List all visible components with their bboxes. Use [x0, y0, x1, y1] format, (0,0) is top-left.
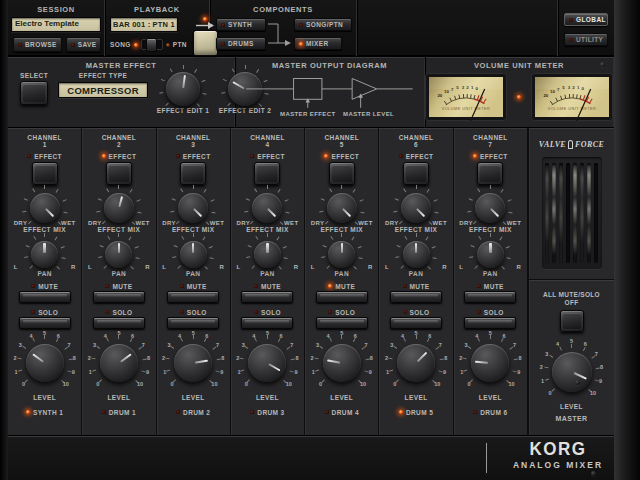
solo-led-icon: [31, 310, 35, 314]
mute-button[interactable]: [390, 291, 442, 303]
browse-label: BROWSE: [25, 41, 57, 48]
song-ptn-button[interactable]: SONG/PTN: [294, 18, 352, 31]
channel-name-led-icon: [176, 410, 180, 414]
svg-text:10: 10: [444, 89, 449, 94]
sidebar-divider: [529, 279, 614, 281]
pan-knob[interactable]: [13, 235, 77, 273]
pan-knob[interactable]: [458, 235, 522, 273]
footer: KORG ANALOG MIXER: [8, 436, 614, 480]
song-ptn-toggle[interactable]: [141, 39, 163, 50]
solo-led-icon: [328, 310, 332, 314]
save-button[interactable]: SAVE: [66, 37, 102, 52]
solo-label: SOLO: [335, 309, 355, 316]
global-led-icon: [569, 18, 573, 22]
mixer-button[interactable]: MIXER: [294, 37, 342, 50]
drums-label: DRUMS: [228, 40, 254, 47]
vu-meter-title: VOLUME UNIT METER: [425, 61, 613, 70]
tube-slot: [580, 163, 585, 263]
knob-pointer: [118, 196, 123, 207]
knob-pointer: [182, 75, 186, 87]
effect-led-row: EFFECT: [250, 152, 285, 160]
mixer-led-icon: [299, 42, 303, 46]
channel-name-led-icon: [102, 410, 106, 414]
all-mute-solo-label: ALL MUTE/SOLO OFF: [543, 291, 600, 306]
mute-button[interactable]: [241, 291, 293, 303]
knob-pointer: [268, 363, 281, 372]
pan-knob[interactable]: [161, 235, 225, 273]
ptn-led-icon: [166, 43, 170, 47]
pan-knob[interactable]: [87, 235, 151, 273]
level-knob[interactable]: 012345678910: [454, 333, 528, 393]
global-label: GLOBAL: [576, 16, 606, 23]
channel-strips: CHANNEL 1 EFFECT DRY WET EFFECT MIX L R …: [8, 128, 528, 435]
top-bar: SESSION Electro Template BROWSE SAVE PLA…: [8, 0, 614, 57]
channel-title: CHANNEL 5: [324, 134, 359, 148]
svg-text:20: 20: [437, 93, 442, 98]
tube-slot: [559, 163, 564, 263]
svg-text:VOLUME UNIT METER: VOLUME UNIT METER: [548, 107, 597, 111]
save-led-icon: [71, 43, 75, 47]
effect-edit-1-knob[interactable]: [156, 66, 210, 112]
effect-label: EFFECT: [480, 153, 508, 160]
channel-name-led-icon: [325, 410, 329, 414]
level-knob[interactable]: 012345678910: [82, 333, 156, 393]
synth-button[interactable]: SYNTH: [216, 18, 266, 31]
toggle-thumb[interactable]: [146, 38, 157, 52]
channel-name-led-icon: [399, 410, 403, 414]
effect-led-row: EFFECT: [27, 152, 62, 160]
knob-pointer: [572, 372, 586, 380]
playback-position-display: BAR 001 : PTN 1: [110, 17, 178, 32]
channel-title: CHANNEL 6: [399, 134, 434, 148]
knob-body: [328, 241, 355, 268]
effect-led-icon: [399, 154, 403, 158]
knob-body: [397, 344, 435, 382]
solo-label: SOLO: [112, 309, 132, 316]
synth-label: SYNTH: [228, 21, 252, 28]
knob-pointer: [342, 208, 351, 217]
channel-strip-2: CHANNEL 2 EFFECT DRY WET EFFECT MIX L R …: [82, 128, 156, 435]
effect-led-icon: [27, 154, 31, 158]
session-name-field[interactable]: Electro Template: [11, 17, 101, 32]
effect-type-display: COMPRESSOR: [58, 82, 148, 98]
channel-title: CHANNEL 7: [473, 134, 508, 148]
master-output-diagram-panel: MASTER OUTPUT DIAGRAM MASTER EFFECT: [235, 57, 425, 127]
effect-led-row: EFFECT: [473, 152, 508, 160]
valve-label: VALVE: [539, 140, 566, 149]
mute-button[interactable]: [93, 291, 145, 303]
svg-text:VOLUME UNIT METER: VOLUME UNIT METER: [442, 107, 491, 111]
knob-body: [552, 352, 592, 392]
playback-section: PLAYBACK BAR 001 : PTN 1 SONG PTN: [105, 0, 210, 56]
pan-knob[interactable]: [235, 235, 299, 273]
knob-body: [100, 344, 138, 382]
knob-pointer: [489, 243, 491, 253]
song-ptn-led-icon: [299, 23, 303, 27]
global-button[interactable]: GLOBAL: [564, 13, 608, 26]
pan-knob[interactable]: [384, 235, 448, 273]
level-knob[interactable]: 012345678910: [157, 333, 231, 393]
utility-button[interactable]: UTILITY: [564, 33, 608, 46]
master-level-knob[interactable]: 012345678910: [535, 342, 609, 402]
knob-body: [31, 241, 58, 268]
vu-meter-face: 2010753210VOLUME UNIT METER: [531, 73, 613, 121]
knob-tick-label: 10: [430, 381, 444, 387]
level-knob[interactable]: 012345678910: [305, 333, 379, 393]
effect-led-row: EFFECT: [176, 152, 211, 160]
knob-body: [105, 241, 132, 268]
mute-button[interactable]: [167, 291, 219, 303]
mute-button[interactable]: [464, 291, 516, 303]
pan-knob[interactable]: [310, 235, 374, 273]
effect-led-row: EFFECT: [399, 152, 434, 160]
mute-button[interactable]: [316, 291, 368, 303]
browse-button[interactable]: BROWSE: [13, 37, 62, 52]
level-knob[interactable]: 012345678910: [8, 333, 82, 393]
knob-body: [403, 241, 430, 268]
knob-pointer: [416, 351, 427, 362]
mute-button[interactable]: [19, 291, 71, 303]
effect-led-icon: [250, 154, 254, 158]
level-knob[interactable]: 012345678910: [231, 333, 305, 393]
level-knob[interactable]: 012345678910: [379, 333, 453, 393]
panel-content: SESSION Electro Template BROWSE SAVE PLA…: [8, 0, 614, 480]
effect-select-button[interactable]: [20, 81, 48, 105]
drums-button[interactable]: DRUMS: [216, 37, 266, 50]
knob-pointer: [416, 208, 425, 217]
